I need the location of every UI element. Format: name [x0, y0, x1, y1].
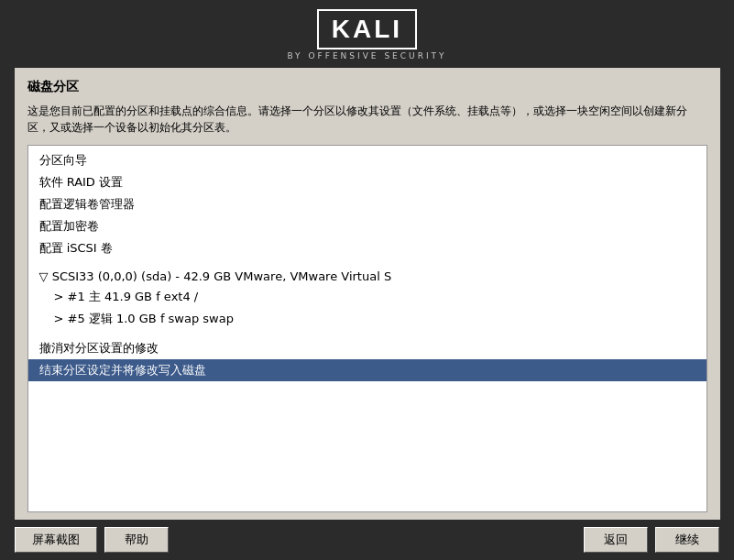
partition-item-undo[interactable]: 撤消对分区设置的修改 [28, 337, 707, 359]
main-area: 磁盘分区 这是您目前已配置的分区和挂载点的综合信息。请选择一个分区以修改其设置（… [15, 68, 720, 520]
partition-item-wizard[interactable]: 分区向导 [28, 149, 707, 171]
help-button[interactable]: 帮助 [104, 527, 169, 553]
back-button[interactable]: 返回 [584, 527, 648, 553]
page-description: 这是您目前已配置的分区和挂载点的综合信息。请选择一个分区以修改其设置（文件系统、… [27, 103, 707, 136]
continue-button[interactable]: 继续 [655, 527, 719, 553]
header: KALI BY OFFENSIVE SECURITY [0, 0, 734, 68]
partition-item-separator[interactable] [28, 259, 707, 267]
logo-sub: BY OFFENSIVE SECURITY [287, 51, 446, 60]
partition-item-part1[interactable]: > #1 主 41.9 GB f ext4 / [28, 286, 707, 308]
logo-box: KALI [317, 9, 417, 49]
footer-right: 返回 继续 [584, 527, 719, 553]
partition-panel[interactable]: 分区向导软件 RAID 设置配置逻辑卷管理器配置加密卷配置 iSCSI 卷▽ S… [27, 145, 707, 512]
screenshot-button[interactable]: 屏幕截图 [15, 527, 97, 553]
partition-item-separator2[interactable] [28, 330, 707, 337]
footer: 屏幕截图 帮助 返回 继续 [0, 520, 734, 560]
partition-item-encryption[interactable]: 配置加密卷 [28, 215, 707, 237]
partition-item-finish[interactable]: 结束分区设定并将修改写入磁盘 [28, 359, 707, 381]
logo-container: KALI BY OFFENSIVE SECURITY [287, 9, 446, 60]
partition-item-iscsi[interactable]: 配置 iSCSI 卷 [28, 237, 707, 259]
footer-left: 屏幕截图 帮助 [15, 527, 169, 553]
page-title: 磁盘分区 [27, 79, 707, 95]
logo-text: KALI [332, 15, 402, 43]
partition-item-disk-header[interactable]: ▽ SCSI33 (0,0,0) (sda) - 42.9 GB VMware,… [28, 267, 707, 286]
partition-item-lvm[interactable]: 配置逻辑卷管理器 [28, 193, 707, 215]
partition-item-software-raid[interactable]: 软件 RAID 设置 [28, 171, 707, 193]
partition-item-part5[interactable]: > #5 逻辑 1.0 GB f swap swap [28, 308, 707, 330]
